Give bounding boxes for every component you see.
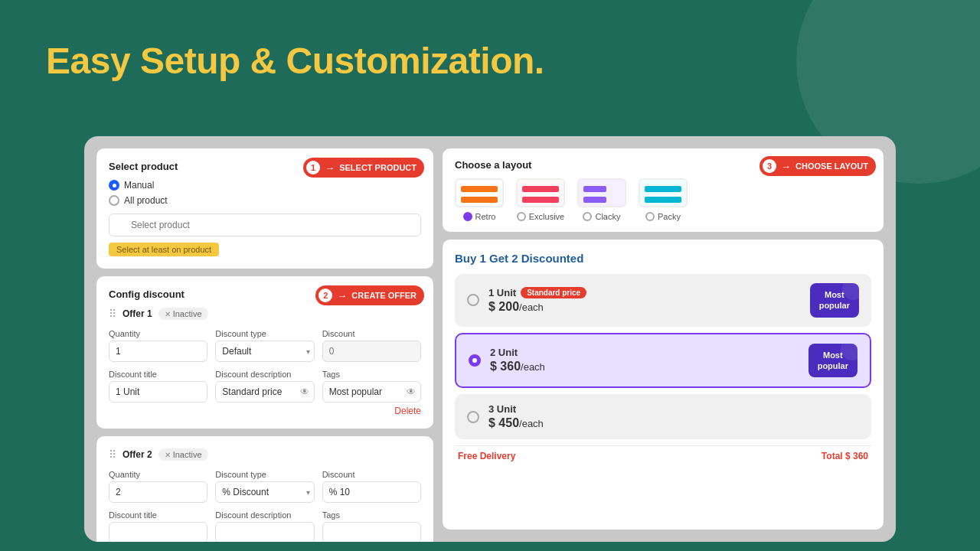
product-search-input[interactable] bbox=[109, 214, 421, 236]
layout-option-packy[interactable]: Packy bbox=[639, 178, 688, 221]
main-device: Select product 1 → SELECT PRODUCT Manual… bbox=[84, 136, 896, 542]
layout-option-retro[interactable]: Retro bbox=[455, 178, 504, 221]
layout-option-clacky[interactable]: Clacky bbox=[577, 178, 626, 221]
layout-thumb-retro bbox=[455, 178, 504, 207]
offer2-discount-input[interactable] bbox=[322, 481, 421, 503]
offer2-label: Offer 2 bbox=[122, 449, 152, 460]
warning-badge: Select at least on product bbox=[109, 243, 219, 256]
offer1-inactive-badge: ✕ Inactive bbox=[158, 308, 208, 320]
preview-offer2-popular-badge: Mostpopular bbox=[808, 344, 858, 378]
offer1-quantity-input[interactable] bbox=[109, 341, 207, 362]
offer1-discount-type-select[interactable]: Default bbox=[215, 341, 314, 362]
product-type-radio-group: Manual All product bbox=[109, 180, 421, 206]
preview-offer2-info: 2 Unit $ 360/each bbox=[490, 347, 799, 373]
offer2-discount-type-select[interactable]: % Discount bbox=[215, 481, 314, 503]
offer2-quantity-label: Quantity bbox=[109, 470, 207, 479]
layout-name-clacky: Clacky bbox=[595, 212, 620, 221]
offer1-discount-input[interactable] bbox=[322, 341, 421, 362]
offer1-discount-field: Discount bbox=[322, 329, 421, 362]
layout-radio-retro bbox=[463, 212, 472, 221]
offer1-form-top: Quantity Discount type Default ▾ Discoun… bbox=[109, 329, 421, 362]
step2-number: 2 bbox=[318, 289, 332, 302]
preview-offer2-price: $ 360/each bbox=[490, 360, 799, 373]
preview-offer2-price-value: $ 360 bbox=[490, 360, 521, 373]
clck-bar1 bbox=[583, 186, 606, 192]
step1-arrow: → bbox=[325, 162, 335, 174]
drag-icon-offer2[interactable]: ⠿ bbox=[109, 448, 116, 461]
offer2-x-icon: ✕ bbox=[165, 451, 171, 459]
step1-badge: 1 → SELECT PRODUCT bbox=[303, 158, 424, 178]
preview-offer-1[interactable]: 1 Unit Standard price $ 200/each Mostpop… bbox=[455, 274, 871, 327]
offer1-tags-wrapper: 👁 bbox=[322, 381, 421, 403]
layout-thumb-clacky bbox=[577, 178, 626, 207]
step2-arrow: → bbox=[337, 290, 347, 302]
offer1-desc-label: Discount description bbox=[215, 370, 314, 379]
offer1-discount-type-wrapper: Default ▾ bbox=[215, 341, 314, 362]
offer1-desc-field: Discount description 👁 bbox=[215, 370, 314, 403]
offer2-tags-input[interactable] bbox=[322, 522, 421, 542]
offer1-desc-wrapper: 👁 bbox=[215, 381, 314, 403]
pack-bar2 bbox=[645, 197, 681, 203]
choose-layout-card: Choose a layout 3 → CHOOSE LAYOUT Retro bbox=[443, 148, 884, 232]
retro-radio-row: Retro bbox=[463, 212, 496, 221]
offer2-desc-field: Discount description bbox=[215, 510, 314, 542]
preview-offer-2[interactable]: 2 Unit $ 360/each Mostpopular bbox=[455, 333, 871, 389]
radio-all-label: All product bbox=[124, 195, 168, 206]
offer2-form-bottom: Discount title Discount description Tags bbox=[109, 510, 421, 542]
excl-bar2 bbox=[522, 197, 559, 203]
offer2-inactive-badge: ✕ Inactive bbox=[158, 448, 208, 461]
step3-label: CHOOSE LAYOUT bbox=[795, 161, 868, 171]
offer2-quantity-input[interactable] bbox=[109, 481, 207, 503]
offer1-x-icon: ✕ bbox=[165, 310, 171, 318]
preview-offer3-unit: 3 Unit bbox=[488, 403, 516, 415]
offer1-row: ⠿ Offer 1 ✕ Inactive bbox=[109, 308, 421, 320]
preview-offer1-info: 1 Unit Standard price $ 200/each bbox=[488, 287, 801, 314]
preview-offer3-price-value: $ 450 bbox=[488, 416, 519, 429]
step1-number: 1 bbox=[306, 161, 320, 174]
preview-offer1-tag: Standard price bbox=[521, 287, 586, 298]
layout-options: Retro Exclusive bbox=[455, 178, 871, 221]
step3-arrow: → bbox=[781, 161, 791, 172]
config-discount-card: Config discount 2 → CREATE OFFER ⠿ Offer… bbox=[96, 276, 433, 429]
step3-number: 3 bbox=[763, 159, 776, 173]
layout-option-exclusive[interactable]: Exclusive bbox=[516, 178, 565, 221]
layout-radio-packy bbox=[645, 212, 655, 221]
drag-icon-offer1[interactable]: ⠿ bbox=[109, 308, 116, 320]
radio-manual[interactable]: Manual bbox=[109, 180, 421, 191]
offer2-tags-label: Tags bbox=[322, 510, 421, 520]
offer1-status: Inactive bbox=[173, 309, 202, 318]
free-delivery-label: Free Delivery bbox=[458, 451, 515, 461]
preview-offer3-price: $ 450/each bbox=[488, 416, 859, 430]
preview-title: Buy 1 Get 2 Discounted bbox=[455, 252, 871, 265]
offer2-title-input[interactable] bbox=[109, 522, 207, 542]
offer2-quantity-field: Quantity bbox=[109, 470, 207, 503]
layout-radio-clacky bbox=[583, 212, 592, 221]
preview-offer1-unit-row: 1 Unit Standard price bbox=[488, 287, 801, 298]
offer1-tags-label: Tags bbox=[322, 370, 421, 379]
offer1-title-input[interactable] bbox=[109, 381, 207, 403]
right-panel: Choose a layout 3 → CHOOSE LAYOUT Retro bbox=[443, 148, 884, 530]
preview-offer3-radio bbox=[467, 411, 479, 423]
offer2-discount-type-field: Discount type % Discount ▾ bbox=[215, 470, 314, 503]
offer1-delete-button[interactable]: Delete bbox=[109, 406, 421, 416]
layout-thumb-exclusive bbox=[516, 178, 565, 207]
layout-radio-exclusive bbox=[517, 212, 526, 221]
preview-offer1-radio bbox=[467, 294, 479, 306]
step2-label: CREATE OFFER bbox=[351, 291, 416, 300]
offer2-discount-type-wrapper: % Discount ▾ bbox=[215, 481, 314, 503]
select-product-card: Select product 1 → SELECT PRODUCT Manual… bbox=[96, 148, 433, 269]
radio-manual-label: Manual bbox=[124, 180, 154, 191]
layout-name-retro: Retro bbox=[475, 212, 496, 221]
radio-all-product[interactable]: All product bbox=[109, 195, 421, 206]
preview-offer-3[interactable]: 3 Unit $ 450/each bbox=[455, 394, 871, 439]
step1-label: SELECT PRODUCT bbox=[339, 163, 416, 172]
left-panel: Select product 1 → SELECT PRODUCT Manual… bbox=[96, 148, 433, 530]
offer2-desc-input[interactable] bbox=[215, 522, 314, 542]
offer2-title-label: Discount title bbox=[109, 510, 207, 520]
clacky-radio-row: Clacky bbox=[583, 212, 620, 221]
offer2-discount-label: Discount bbox=[322, 470, 421, 479]
offer2-card: ⠿ Offer 2 ✕ Inactive Quantity Discount t… bbox=[96, 436, 433, 542]
preview-footer: Free Delivery Total $ 360 bbox=[455, 445, 871, 461]
offer1-quantity-field: Quantity bbox=[109, 329, 207, 362]
pack-bar1 bbox=[645, 186, 681, 192]
